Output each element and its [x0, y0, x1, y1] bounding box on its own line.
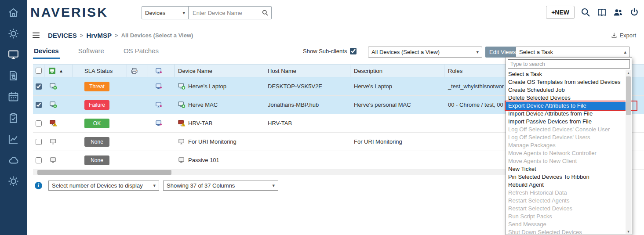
device-name: HRV-TAB [188, 120, 212, 127]
tab-software[interactable]: Software [77, 44, 105, 59]
sidebar-item-devices[interactable] [0, 44, 27, 65]
task-option[interactable]: Shut Down Selected Devices [506, 228, 626, 235]
monitor-column-icon [155, 67, 163, 75]
top-bar: NAVERISK Devices ▾ +NEW [27, 0, 644, 25]
task-option[interactable]: Export Device Attributes to File [506, 102, 626, 110]
column-host-name[interactable]: Host Name [264, 65, 350, 77]
task-search-input[interactable] [508, 59, 630, 69]
device-added-icon [178, 101, 186, 108]
sidebar-item-dashboard[interactable] [0, 2, 27, 23]
sidebar-item-scheduler[interactable] [0, 86, 27, 107]
task-option[interactable]: Move Agents to New Client [506, 157, 626, 165]
dropdown-scrollbar[interactable]: ▴ ▾ [626, 70, 631, 234]
column-description[interactable]: Description [350, 65, 444, 77]
info-icon[interactable]: i [35, 182, 42, 189]
column-agent-status[interactable]: ▲ [44, 65, 73, 77]
breadcrumb-client[interactable]: HrvMSP [86, 32, 112, 39]
task-option[interactable]: Refresh Historical Data [506, 189, 626, 197]
edit-views-button[interactable]: Edit Views [485, 47, 520, 58]
export-label: Export [619, 32, 636, 39]
row-checkbox[interactable] [36, 157, 42, 163]
row-checkbox[interactable] [36, 139, 42, 145]
host-name [264, 133, 350, 151]
net-monitor-icon [155, 101, 163, 108]
tab-os-patches[interactable]: OS Patches [123, 44, 160, 59]
sla-status-badge: OK [84, 119, 109, 128]
task-option[interactable]: Delete Selected Devices [506, 94, 626, 102]
sidebar-item-cloud[interactable] [0, 149, 27, 170]
task-option[interactable]: Create Scheduled Job [506, 86, 626, 94]
export-link[interactable]: Export [611, 32, 636, 39]
tab-devices[interactable]: Devices [33, 44, 60, 59]
device-description: Herve's Laptop [350, 77, 444, 95]
row-checkbox[interactable] [36, 83, 42, 90]
device-description: Herve's personal MAC [350, 96, 444, 114]
task-option[interactable]: Create OS Templates from selected Device… [506, 78, 626, 86]
task-option[interactable]: Pin Selected Devices To Ribbon [506, 173, 626, 181]
device-search-input[interactable] [189, 7, 271, 19]
column-label: Device Name [178, 68, 212, 74]
device-added-icon [50, 101, 57, 108]
knowledge-base-icon[interactable] [597, 7, 607, 18]
task-option[interactable]: Select a Task [506, 70, 626, 78]
task-option[interactable]: Run Script Packs [506, 213, 626, 221]
naverisk-logo: NAVERISK [30, 5, 108, 20]
naverisk-app: NAVERISK Devices ▾ +NEW DEVICES > [0, 0, 644, 235]
global-search-icon[interactable] [580, 7, 591, 18]
task-dropdown-panel: Select a TaskCreate OS Templates from se… [506, 57, 632, 235]
menu-hamburger-icon[interactable] [31, 30, 41, 40]
task-option[interactable]: Move Agents to Network Controller [506, 149, 626, 157]
breadcrumb-section[interactable]: DEVICES [48, 32, 77, 39]
monitor-icon [7, 49, 19, 61]
task-option[interactable]: Import Passive Devices from File [506, 118, 626, 126]
horizontal-scrollbar[interactable] [33, 170, 506, 175]
dropdown-scrollbar-thumb[interactable] [626, 76, 631, 115]
devices-display-select[interactable]: Select number of Devices to display ▾ [48, 181, 159, 191]
new-button[interactable]: +NEW [546, 6, 575, 19]
breadcrumb-separator: > [115, 32, 118, 39]
sidebar-item-jobs[interactable] [0, 107, 27, 128]
chevron-down-icon: ▾ [182, 11, 185, 15]
gear-icon [7, 175, 19, 187]
search-scope-value: Devices [145, 10, 165, 16]
net-monitor-icon [155, 83, 163, 90]
sidebar-item-automation[interactable] [0, 23, 27, 44]
task-option[interactable]: Import Device Attributes from File [506, 110, 626, 118]
task-select[interactable]: Select a Task ▴ [516, 47, 630, 58]
users-icon[interactable] [613, 7, 623, 18]
task-option[interactable]: Manage Packages [506, 141, 626, 149]
device-name: For URI Monitoring [188, 138, 236, 145]
task-option[interactable]: Rebuild Agent [506, 181, 626, 189]
columns-showing-value: Showing 37 of 37 Columns [167, 182, 235, 189]
sidebar-item-reports[interactable] [0, 65, 27, 86]
row-checkbox[interactable] [36, 102, 42, 108]
view-select[interactable]: All Devices (Select a View) ▾ [368, 47, 482, 58]
row-checkbox[interactable] [36, 120, 42, 127]
task-option[interactable]: Log Off Selected Devices' Users [506, 134, 626, 141]
sidebar-item-settings[interactable] [0, 170, 27, 192]
column-network-device[interactable] [148, 65, 175, 77]
task-option[interactable]: Restart Selected Agents [506, 197, 626, 205]
task-option[interactable]: New Ticket [506, 165, 626, 173]
select-all-checkbox[interactable] [36, 68, 42, 74]
column-sla-status[interactable]: SLA Status [73, 65, 127, 77]
task-option[interactable]: Send Message [506, 221, 626, 228]
column-printer[interactable] [127, 65, 148, 77]
task-option[interactable]: Log Off Selected Devices' Console User [506, 126, 626, 134]
columns-showing-select[interactable]: Showing 37 of 37 Columns ▾ [163, 181, 278, 191]
column-device-name[interactable]: Device Name [175, 65, 264, 77]
scroll-down-icon[interactable]: ▾ [626, 229, 631, 234]
show-subclients-checkbox[interactable] [350, 48, 357, 54]
breadcrumb-separator: > [80, 32, 84, 39]
search-icon[interactable] [262, 9, 269, 16]
scrollbar-thumb[interactable] [37, 170, 171, 175]
logout-power-icon[interactable] [629, 7, 640, 18]
cloud-icon [7, 154, 19, 166]
sidebar-item-analytics[interactable] [0, 128, 27, 149]
device-passive-icon [50, 156, 57, 164]
scroll-up-icon[interactable]: ▴ [626, 70, 631, 76]
search-scope-select[interactable]: Devices ▾ [142, 7, 189, 19]
sort-ascending-icon[interactable]: ▲ [59, 69, 63, 73]
task-option[interactable]: Restart Selected Devices [506, 205, 626, 213]
device-search-bar: Devices ▾ [142, 6, 272, 19]
